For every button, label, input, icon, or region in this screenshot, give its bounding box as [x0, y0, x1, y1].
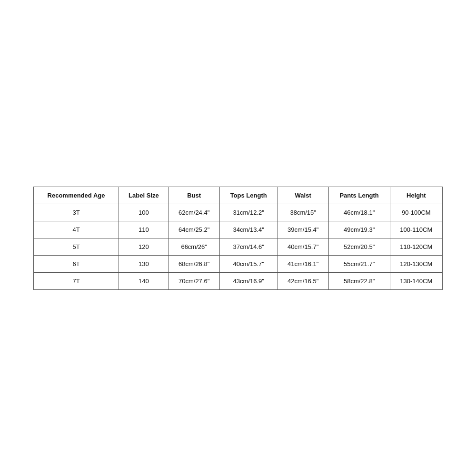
cell-label_size: 100	[119, 204, 169, 221]
cell-height: 120-130CM	[390, 255, 442, 272]
cell-recommended_age: 3T	[34, 204, 119, 221]
cell-height: 90-100CM	[390, 204, 442, 221]
col-header-height: Height	[390, 187, 442, 204]
cell-bust: 64cm/25.2"	[169, 221, 219, 238]
table-row: 5T12066cm/26"37cm/14.6"40cm/15.7"52cm/20…	[34, 238, 443, 255]
cell-bust: 62cm/24.4"	[169, 204, 219, 221]
cell-bust: 68cm/26.8"	[169, 255, 219, 272]
col-header-pants-length: Pants Length	[328, 187, 390, 204]
col-header-label-size: Label Size	[119, 187, 169, 204]
cell-tops_length: 40cm/15.7"	[219, 255, 278, 272]
col-header-waist: Waist	[278, 187, 328, 204]
cell-bust: 66cm/26"	[169, 238, 219, 255]
cell-recommended_age: 6T	[34, 255, 119, 272]
cell-label_size: 120	[119, 238, 169, 255]
cell-tops_length: 31cm/12.2"	[219, 204, 278, 221]
cell-recommended_age: 7T	[34, 272, 119, 289]
cell-height: 130-140CM	[390, 272, 442, 289]
cell-waist: 42cm/16.5"	[278, 272, 328, 289]
cell-waist: 38cm/15"	[278, 204, 328, 221]
table-row: 3T10062cm/24.4"31cm/12.2"38cm/15"46cm/18…	[34, 204, 443, 221]
table-header-row: Recommended Age Label Size Bust Tops Len…	[34, 187, 443, 204]
table-row: 6T13068cm/26.8"40cm/15.7"41cm/16.1"55cm/…	[34, 255, 443, 272]
cell-pants_length: 46cm/18.1"	[328, 204, 390, 221]
col-header-recommended-age: Recommended Age	[34, 187, 119, 204]
cell-tops_length: 34cm/13.4"	[219, 221, 278, 238]
col-header-bust: Bust	[169, 187, 219, 204]
table-row: 4T11064cm/25.2"34cm/13.4"39cm/15.4"49cm/…	[34, 221, 443, 238]
cell-pants_length: 49cm/19.3"	[328, 221, 390, 238]
cell-bust: 70cm/27.6"	[169, 272, 219, 289]
cell-label_size: 140	[119, 272, 169, 289]
cell-pants_length: 52cm/20.5"	[328, 238, 390, 255]
cell-recommended_age: 4T	[34, 221, 119, 238]
cell-height: 100-110CM	[390, 221, 442, 238]
col-header-tops-length: Tops Length	[219, 187, 278, 204]
cell-waist: 41cm/16.1"	[278, 255, 328, 272]
cell-waist: 39cm/15.4"	[278, 221, 328, 238]
cell-label_size: 110	[119, 221, 169, 238]
cell-recommended_age: 5T	[34, 238, 119, 255]
table-row: 7T14070cm/27.6"43cm/16.9"42cm/16.5"58cm/…	[34, 272, 443, 289]
cell-pants_length: 55cm/21.7"	[328, 255, 390, 272]
cell-tops_length: 43cm/16.9"	[219, 272, 278, 289]
cell-tops_length: 37cm/14.6"	[219, 238, 278, 255]
size-chart-table: Recommended Age Label Size Bust Tops Len…	[33, 187, 443, 290]
cell-pants_length: 58cm/22.8"	[328, 272, 390, 289]
cell-height: 110-120CM	[390, 238, 442, 255]
size-chart-container: Recommended Age Label Size Bust Tops Len…	[33, 187, 443, 290]
cell-label_size: 130	[119, 255, 169, 272]
cell-waist: 40cm/15.7"	[278, 238, 328, 255]
